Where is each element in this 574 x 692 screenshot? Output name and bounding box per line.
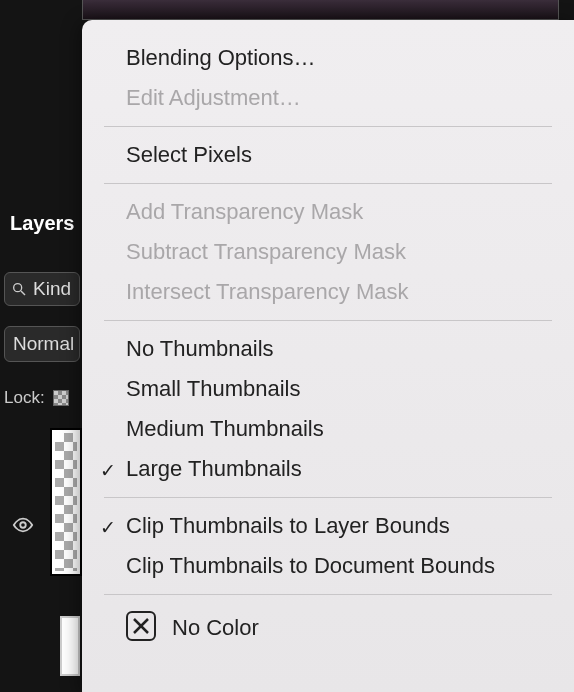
- menu-label: Clip Thumbnails to Layer Bounds: [126, 513, 450, 538]
- visibility-toggle[interactable]: [12, 514, 34, 540]
- menu-clip-layer-bounds[interactable]: ✓ Clip Thumbnails to Layer Bounds: [82, 506, 574, 546]
- x-icon: [131, 616, 151, 636]
- lock-label: Lock:: [4, 388, 45, 408]
- menu-separator: [104, 594, 552, 595]
- canvas-area: [82, 0, 559, 20]
- layer-thumbnail-2[interactable]: [60, 616, 80, 676]
- svg-point-0: [14, 284, 22, 292]
- check-icon: ✓: [100, 516, 116, 539]
- menu-select-pixels[interactable]: Select Pixels: [82, 135, 574, 175]
- menu-no-color[interactable]: No Color: [82, 603, 574, 653]
- svg-point-2: [20, 522, 26, 528]
- layers-panel: Layers Kind Normal Lock:: [0, 200, 82, 692]
- context-menu: Blending Options… Edit Adjustment… Selec…: [82, 20, 574, 692]
- menu-large-thumbnails[interactable]: ✓ Large Thumbnails: [82, 449, 574, 489]
- menu-label: No Color: [172, 615, 259, 641]
- lock-transparency-icon[interactable]: [53, 390, 69, 406]
- menu-no-thumbnails[interactable]: No Thumbnails: [82, 329, 574, 369]
- layers-tab[interactable]: Layers: [10, 212, 75, 235]
- lock-row: Lock:: [4, 388, 69, 408]
- menu-medium-thumbnails[interactable]: Medium Thumbnails: [82, 409, 574, 449]
- menu-blending-options[interactable]: Blending Options…: [82, 38, 574, 78]
- blend-mode-select[interactable]: Normal: [4, 326, 80, 362]
- menu-edit-adjustment: Edit Adjustment…: [82, 78, 574, 118]
- menu-clip-document-bounds[interactable]: Clip Thumbnails to Document Bounds: [82, 546, 574, 586]
- svg-line-1: [21, 291, 25, 295]
- menu-separator: [104, 320, 552, 321]
- no-color-swatch-icon: [126, 611, 156, 641]
- menu-small-thumbnails[interactable]: Small Thumbnails: [82, 369, 574, 409]
- eye-icon: [12, 514, 34, 536]
- layer-thumbnail[interactable]: [52, 430, 80, 574]
- menu-subtract-transparency-mask: Subtract Transparency Mask: [82, 232, 574, 272]
- blend-mode-value: Normal: [13, 333, 74, 355]
- menu-separator: [104, 183, 552, 184]
- search-icon: [11, 281, 27, 297]
- menu-add-transparency-mask: Add Transparency Mask: [82, 192, 574, 232]
- kind-label: Kind: [33, 278, 71, 300]
- menu-intersect-transparency-mask: Intersect Transparency Mask: [82, 272, 574, 312]
- menu-separator: [104, 126, 552, 127]
- kind-filter[interactable]: Kind: [4, 272, 80, 306]
- check-icon: ✓: [100, 459, 116, 482]
- menu-separator: [104, 497, 552, 498]
- menu-label: Large Thumbnails: [126, 456, 302, 481]
